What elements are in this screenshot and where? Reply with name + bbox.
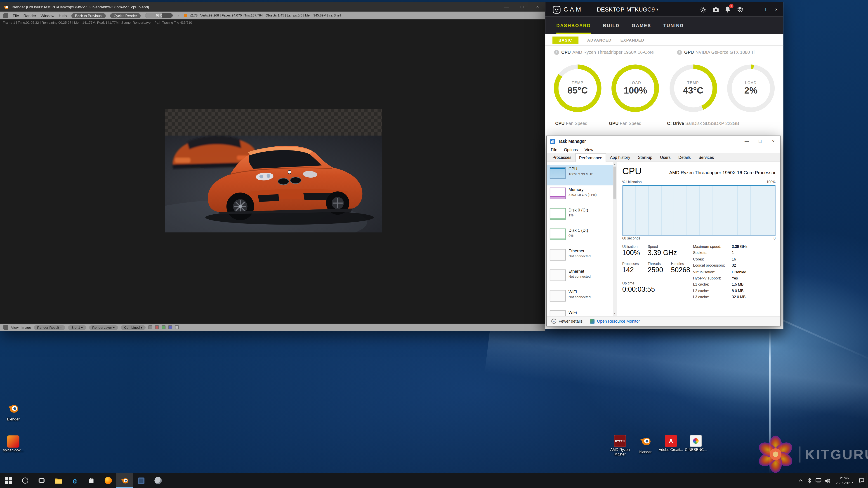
tab-details[interactable]: Details — [675, 153, 694, 162]
perf-item-disk0[interactable]: Disk 0 (C:) 1% — [547, 206, 617, 226]
tab-users[interactable]: Users — [656, 153, 675, 162]
firefox-button[interactable] — [100, 473, 116, 488]
edge-button[interactable]: e — [66, 473, 83, 488]
minimize-button[interactable]: — — [740, 136, 753, 146]
taskbar-clock[interactable]: 21:46 23/09/2017 — [832, 476, 857, 485]
tray-overflow-button[interactable] — [796, 473, 805, 488]
desktop-icon-cinebench[interactable]: CINEBENC... — [684, 435, 708, 452]
network-tray-button[interactable] — [814, 473, 823, 488]
maximize-button[interactable]: □ — [753, 136, 767, 146]
scroll-up-icon[interactable]: ▲ — [614, 162, 616, 167]
view-menu[interactable]: View — [11, 325, 19, 329]
editor-type-icon[interactable] — [3, 13, 8, 18]
open-resource-monitor-link[interactable]: Open Resource Monitor — [590, 319, 640, 324]
desktop-icon-blender[interactable]: Blender — [1, 402, 26, 422]
perf-item-cpu[interactable]: CPU 100% 3.39 GHz — [547, 165, 617, 186]
close-button[interactable]: × — [530, 2, 546, 12]
info-icon[interactable]: i — [677, 50, 682, 55]
blender-title-bar[interactable]: Blender [C:\Users\Test PC\Desktop\BMW27_… — [0, 2, 545, 12]
channel-g-toggle[interactable] — [162, 325, 166, 329]
image-menu[interactable]: Image — [21, 325, 31, 329]
info-icon[interactable]: i — [554, 50, 559, 55]
steam-button[interactable] — [149, 473, 166, 488]
desktop-icon-ryzen-master[interactable]: RYZEN AMD Ryzen Master — [608, 435, 632, 457]
menu-help[interactable]: Help — [59, 13, 67, 18]
tab-tuning[interactable]: TUNING — [663, 17, 684, 34]
notifications-bell-icon[interactable]: 1 — [724, 6, 731, 13]
bluetooth-tray-button[interactable] — [805, 473, 814, 488]
tab-performance[interactable]: Performance — [575, 153, 606, 162]
desktop-icon-splash[interactable]: splash-pok... — [1, 435, 26, 453]
brightness-icon[interactable] — [700, 6, 707, 13]
cam-header[interactable]: CAM DESKTOP-MTKUGC9 ▾ — [545, 2, 783, 17]
subtab-expanded[interactable]: EXPANDED — [620, 38, 645, 42]
menu-view[interactable]: View — [585, 147, 593, 152]
app-button[interactable] — [133, 473, 149, 488]
layer-select[interactable]: RenderLayer ▾ — [89, 325, 118, 330]
cpu-utilisation-graph[interactable] — [622, 185, 776, 236]
perf-item-memory[interactable]: Memory 3.5/31.9 GB (11%) — [547, 185, 617, 206]
image-datablock-select[interactable]: Render Result × — [34, 325, 65, 330]
tab-games[interactable]: GAMES — [632, 17, 651, 34]
pass-select[interactable]: Combined ▾ — [121, 325, 146, 330]
volume-tray-button[interactable] — [823, 473, 832, 488]
stat-handles: Handles 50268 — [671, 262, 690, 274]
render-engine-select[interactable]: Cycles Render — [110, 13, 141, 18]
slot-select[interactable]: Slot 1 ▾ — [68, 325, 86, 330]
menu-options[interactable]: Options — [564, 147, 578, 152]
task-manager-title-bar[interactable]: Task Manager — □ × — [547, 136, 780, 146]
close-button[interactable]: × — [773, 6, 780, 12]
store-button[interactable] — [83, 473, 99, 488]
channel-alpha-toggle[interactable] — [175, 325, 179, 329]
desktop-icon-adobe[interactable]: A Adobe Creati... — [659, 435, 683, 452]
sidebar-scrollbar[interactable]: ▲ ▼ — [613, 162, 617, 316]
tab-dashboard[interactable]: DASHBOARD — [556, 17, 591, 34]
menu-render[interactable]: Render — [24, 13, 36, 18]
minimize-button[interactable]: — — [748, 6, 756, 12]
cortana-button[interactable] — [17, 473, 33, 488]
menu-window[interactable]: Window — [40, 13, 54, 18]
task-view-button[interactable] — [33, 473, 50, 488]
channel-rgba-toggle[interactable] — [149, 325, 152, 329]
fewer-details-button[interactable]: ^ Fewer details — [551, 319, 583, 324]
menu-file[interactable]: File — [551, 147, 557, 152]
cam-section-labels: CPU Fan Speed GPU Fan Speed C: Drive San… — [545, 120, 783, 132]
start-button[interactable] — [0, 473, 17, 488]
menu-file[interactable]: File — [13, 13, 19, 18]
maximize-button[interactable]: □ — [761, 6, 768, 12]
volume-icon — [824, 478, 830, 483]
device-selector[interactable]: DESKTOP-MTKUGC9 ▾ — [597, 6, 658, 13]
subtab-basic[interactable]: BASIC — [553, 36, 579, 43]
scene-stats: v2.78 | Verts:99,268 | Faces:94,070 | Tr… — [184, 14, 341, 17]
channel-r-toggle[interactable] — [155, 325, 159, 329]
show-desktop-button[interactable] — [866, 473, 868, 488]
channel-b-toggle[interactable] — [168, 325, 172, 329]
cancel-render-icon[interactable]: × — [178, 13, 180, 18]
close-button[interactable]: × — [767, 136, 780, 146]
perf-item-disk1[interactable]: Disk 1 (D:) 0% — [547, 226, 617, 247]
cam-brand-text: CAM — [563, 6, 583, 13]
blender-taskbar-button[interactable] — [116, 473, 133, 488]
desktop-icon-blender-app[interactable]: blender — [633, 435, 658, 454]
perf-item-ethernet1[interactable]: Ethernet Not connected — [547, 247, 617, 267]
tab-services[interactable]: Services — [694, 153, 718, 162]
perf-item-ethernet2[interactable]: Ethernet Not connected — [547, 267, 617, 288]
maximize-button[interactable]: □ — [514, 2, 530, 12]
tab-processes[interactable]: Processes — [549, 153, 575, 162]
tab-startup[interactable]: Start-up — [634, 153, 656, 162]
perf-item-wifi2[interactable]: WiFi — [547, 308, 617, 316]
tab-app-history[interactable]: App history — [606, 153, 634, 162]
perf-item-wifi1[interactable]: WiFi Not connected — [547, 288, 617, 308]
back-to-previous-button[interactable]: Back to Previous — [71, 13, 105, 18]
windows-logo-icon — [5, 477, 12, 484]
minimize-button[interactable]: — — [499, 2, 515, 12]
settings-gear-icon[interactable] — [736, 6, 743, 13]
subtab-advanced[interactable]: ADVANCED — [587, 38, 612, 42]
scrollbar-thumb[interactable] — [613, 166, 616, 199]
screenshot-camera-icon[interactable] — [712, 6, 719, 13]
tab-build[interactable]: BUILD — [603, 17, 620, 34]
editor-type-icon[interactable] — [3, 325, 8, 330]
action-center-button[interactable] — [857, 473, 866, 488]
scroll-down-icon[interactable]: ▼ — [614, 312, 616, 316]
file-explorer-button[interactable] — [50, 473, 66, 488]
